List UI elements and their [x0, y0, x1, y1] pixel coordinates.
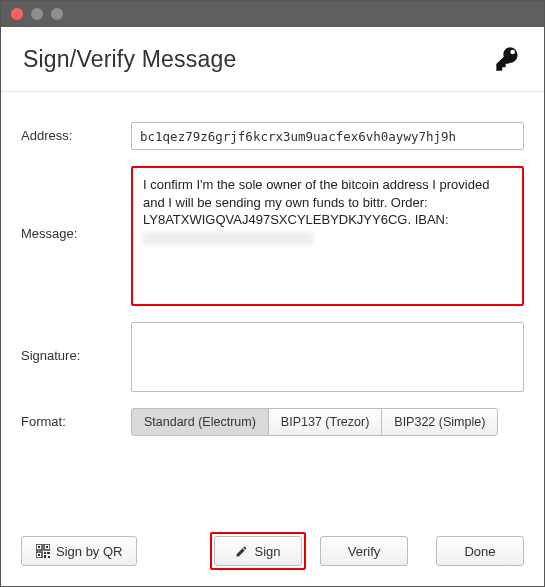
format-option-standard[interactable]: Standard (Electrum) [131, 408, 269, 436]
format-option-bip322[interactable]: BIP322 (Simple) [381, 408, 498, 436]
format-option-bip137[interactable]: BIP137 (Trezor) [268, 408, 382, 436]
address-row: Address: [21, 122, 524, 150]
format-row: Format: Standard (Electrum) BIP137 (Trez… [21, 408, 524, 436]
sign-by-qr-label: Sign by QR [56, 544, 122, 559]
minimize-window-button[interactable] [31, 8, 43, 20]
sign-by-qr-button[interactable]: Sign by QR [21, 536, 137, 566]
message-text: I confirm I'm the sole owner of the bitc… [143, 177, 489, 227]
svg-rect-1 [38, 546, 40, 548]
zoom-window-button[interactable] [51, 8, 63, 20]
dialog-header: Sign/Verify Message [1, 27, 544, 92]
signature-textarea[interactable] [131, 322, 524, 392]
dialog-content: Address: Message: I confirm I'm the sole… [1, 92, 544, 522]
format-segmented-control: Standard (Electrum) BIP137 (Trezor) BIP3… [131, 408, 524, 436]
done-button[interactable]: Done [436, 536, 524, 566]
address-input[interactable] [131, 122, 524, 150]
key-icon [494, 45, 522, 73]
svg-rect-6 [44, 552, 46, 554]
sign-button-highlight: Sign [210, 532, 306, 570]
redacted-iban [143, 232, 313, 245]
window-root: Sign/Verify Message Address: Message: I … [0, 0, 545, 587]
bottom-button-bar: Sign by QR Sign Verify Done [1, 522, 544, 586]
message-label: Message: [21, 166, 131, 241]
qr-icon [36, 544, 50, 558]
verify-label: Verify [348, 544, 381, 559]
svg-rect-5 [38, 554, 40, 556]
svg-rect-8 [44, 555, 46, 558]
message-textarea[interactable]: I confirm I'm the sole owner of the bitc… [131, 166, 524, 306]
signature-row: Signature: [21, 322, 524, 392]
dialog-title: Sign/Verify Message [23, 46, 236, 73]
sign-label: Sign [254, 544, 280, 559]
svg-rect-3 [46, 546, 48, 548]
close-window-button[interactable] [11, 8, 23, 20]
verify-button[interactable]: Verify [320, 536, 408, 566]
sign-button[interactable]: Sign [214, 536, 302, 566]
svg-rect-9 [48, 556, 50, 558]
signature-label: Signature: [21, 322, 131, 363]
format-label: Format: [21, 408, 131, 429]
pen-icon [235, 545, 248, 558]
titlebar [1, 1, 544, 27]
done-label: Done [464, 544, 495, 559]
message-row: Message: I confirm I'm the sole owner of… [21, 166, 524, 306]
svg-rect-7 [47, 552, 50, 554]
address-label: Address: [21, 122, 131, 143]
